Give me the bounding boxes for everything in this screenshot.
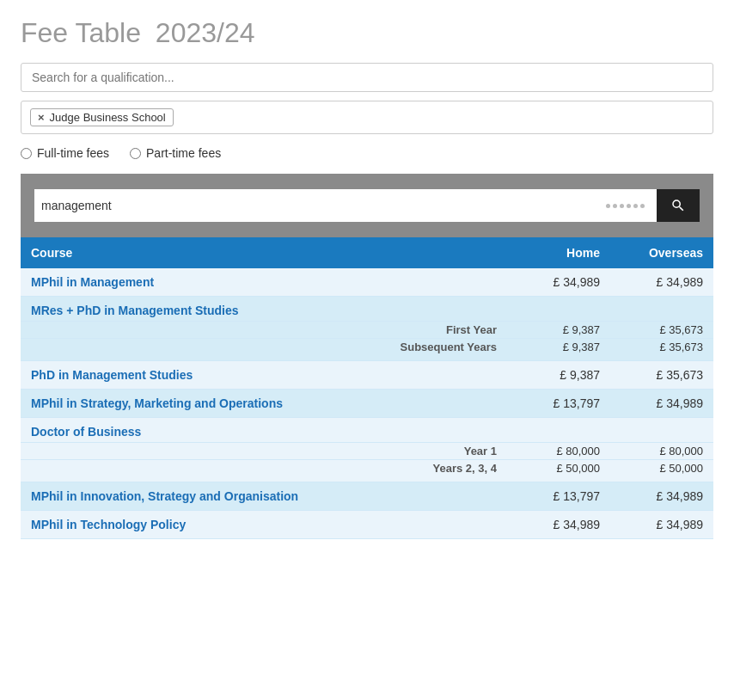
sub-row-home: £ 50,000 xyxy=(507,460,610,482)
dot-1 xyxy=(606,204,610,208)
tag-label: Judge Business School xyxy=(50,111,166,124)
table-row: Year 1 £ 80,000 £ 80,000 xyxy=(21,443,713,460)
table-row: Doctor of Business xyxy=(21,418,713,443)
title-main: Fee Table xyxy=(21,17,141,48)
overseas-fee: £ 34,989 xyxy=(610,268,713,297)
home-fee: £ 13,797 xyxy=(507,482,610,511)
course-cell: MPhil in Management xyxy=(21,268,507,297)
title-year: 2023/24 xyxy=(156,17,255,48)
col-overseas-header: Overseas xyxy=(610,237,713,268)
search-panel xyxy=(21,174,713,237)
search-text-wrap xyxy=(34,189,657,222)
fee-table: Course Home Overseas MPhil in Management… xyxy=(21,237,713,539)
qualification-search-input[interactable] xyxy=(21,63,713,92)
search-panel-inner xyxy=(34,189,700,222)
table-row: MPhil in Technology Policy £ 34,989 £ 34… xyxy=(21,511,713,539)
page-title: Fee Table 2023/24 xyxy=(21,17,713,49)
sub-row-label: Years 2, 3, 4 xyxy=(21,460,507,482)
table-row: MPhil in Management £ 34,989 £ 34,989 xyxy=(21,268,713,297)
course-link[interactable]: MRes + PhD in Management Studies xyxy=(31,304,239,317)
home-fee: £ 34,989 xyxy=(507,268,610,297)
table-row: MRes + PhD in Management Studies xyxy=(21,297,713,322)
course-link[interactable]: MPhil in Strategy, Marketing and Operati… xyxy=(31,396,283,410)
fulltime-fees-text: Full-time fees xyxy=(37,146,109,160)
course-cell: MPhil in Technology Policy xyxy=(21,511,507,539)
search-icon xyxy=(670,198,686,213)
parttime-fees-label[interactable]: Part-time fees xyxy=(130,146,221,160)
course-link[interactable]: MPhil in Innovation, Strategy and Organi… xyxy=(31,489,298,503)
tag-remove-button[interactable]: × xyxy=(38,112,45,123)
home-fee: £ 34,989 xyxy=(507,511,610,539)
home-fee: £ 13,797 xyxy=(507,390,610,418)
filter-tags-container: × Judge Business School xyxy=(21,101,713,134)
course-cell: PhD in Management Studies xyxy=(21,361,507,390)
table-row: First Year £ 9,387 £ 35,673 xyxy=(21,322,713,339)
fulltime-fees-label[interactable]: Full-time fees xyxy=(21,146,109,160)
table-row: MPhil in Innovation, Strategy and Organi… xyxy=(21,482,713,511)
course-cell: MPhil in Innovation, Strategy and Organi… xyxy=(21,482,507,511)
dot-2 xyxy=(613,204,617,208)
dot-6 xyxy=(640,204,645,208)
col-home-header: Home xyxy=(507,237,610,268)
course-link[interactable]: PhD in Management Studies xyxy=(31,368,193,382)
loading-indicator xyxy=(601,204,650,208)
sub-row-home: £ 80,000 xyxy=(507,443,610,460)
fulltime-fees-radio[interactable] xyxy=(21,148,32,159)
dot-5 xyxy=(633,204,638,208)
col-course-header: Course xyxy=(21,237,507,268)
table-row: Years 2, 3, 4 £ 50,000 £ 50,000 xyxy=(21,460,713,482)
overseas-fee: £ 34,989 xyxy=(610,511,713,539)
course-link[interactable]: MPhil in Management xyxy=(31,275,154,289)
table-row: PhD in Management Studies £ 9,387 £ 35,6… xyxy=(21,361,713,390)
sub-row-home: £ 9,387 xyxy=(507,322,610,339)
multi-course-cell: Doctor of Business xyxy=(21,418,713,443)
sub-row-overseas: £ 80,000 xyxy=(610,443,713,460)
sub-row-home: £ 9,387 xyxy=(507,339,610,361)
course-search-input[interactable] xyxy=(41,199,601,212)
sub-row-label: Year 1 xyxy=(21,443,507,460)
overseas-fee: £ 35,673 xyxy=(610,361,713,390)
course-cell: MPhil in Strategy, Marketing and Operati… xyxy=(21,390,507,418)
fee-type-radio-group: Full-time fees Part-time fees xyxy=(21,146,713,160)
table-row: Subsequent Years £ 9,387 £ 35,673 xyxy=(21,339,713,361)
sub-row-overseas: £ 50,000 xyxy=(610,460,713,482)
filter-tag-judge: × Judge Business School xyxy=(30,108,174,126)
parttime-fees-text: Part-time fees xyxy=(146,146,221,160)
sub-row-overseas: £ 35,673 xyxy=(610,322,713,339)
overseas-fee: £ 34,989 xyxy=(610,390,713,418)
course-link[interactable]: MPhil in Technology Policy xyxy=(31,518,186,531)
multi-course-cell: MRes + PhD in Management Studies xyxy=(21,297,713,322)
table-row: MPhil in Strategy, Marketing and Operati… xyxy=(21,390,713,418)
sub-row-label: First Year xyxy=(21,322,507,339)
course-link[interactable]: Doctor of Business xyxy=(31,425,141,439)
dot-4 xyxy=(627,204,631,208)
table-header-row: Course Home Overseas xyxy=(21,237,713,268)
sub-row-label: Subsequent Years xyxy=(21,339,507,361)
sub-row-overseas: £ 35,673 xyxy=(610,339,713,361)
parttime-fees-radio[interactable] xyxy=(130,148,141,159)
search-button[interactable] xyxy=(657,189,700,222)
overseas-fee: £ 34,989 xyxy=(610,482,713,511)
home-fee: £ 9,387 xyxy=(507,361,610,390)
dot-3 xyxy=(620,204,624,208)
